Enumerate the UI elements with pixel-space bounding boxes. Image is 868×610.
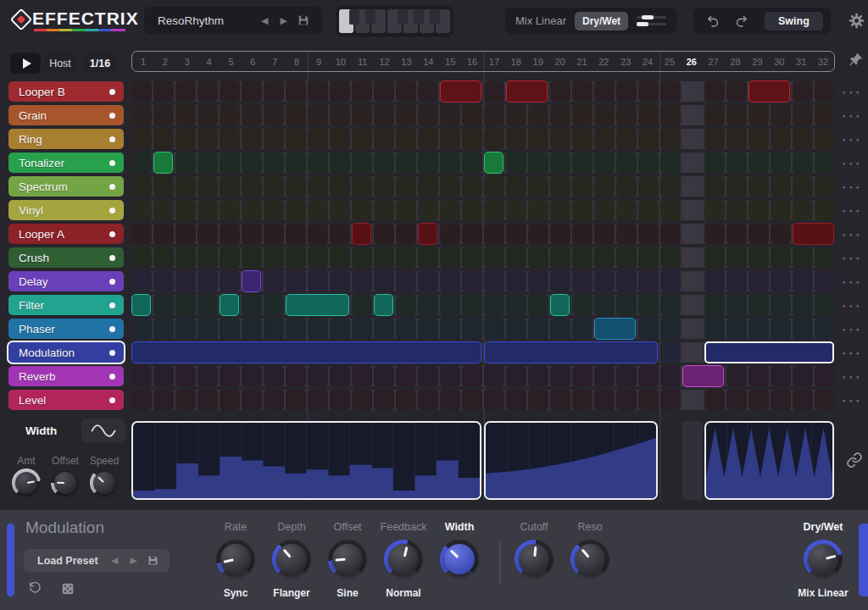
grid-cell[interactable]	[616, 105, 637, 125]
grid-cell[interactable]	[594, 176, 615, 197]
grid-cell[interactable]	[484, 390, 504, 410]
grid-cell[interactable]	[793, 247, 813, 268]
track-crush[interactable]: Crush	[8, 247, 124, 268]
grid-cell[interactable]	[726, 247, 747, 268]
effect-block-modulation[interactable]	[484, 341, 658, 363]
effect-block-looper-b[interactable]	[440, 80, 481, 103]
keyboard-black-key[interactable]	[430, 9, 440, 25]
pin-icon[interactable]	[843, 52, 868, 68]
grid-cell[interactable]	[484, 200, 504, 220]
grid-cell[interactable]	[352, 390, 372, 410]
grid-cell[interactable]	[660, 152, 681, 173]
track-looper-b[interactable]: Looper B	[8, 81, 124, 102]
grid-cell[interactable]	[704, 81, 725, 102]
effect-block-delay[interactable]	[242, 270, 261, 292]
grid-cell[interactable]	[198, 247, 218, 268]
redo-icon[interactable]	[730, 14, 753, 28]
grid-cell[interactable]	[506, 247, 526, 268]
grid-cell[interactable]	[660, 247, 681, 268]
row-menu-vinyl[interactable]: ● ● ●	[838, 200, 864, 220]
grid-cell[interactable]	[242, 390, 262, 410]
grid-cell[interactable]	[771, 247, 791, 268]
grid-cell[interactable]	[506, 105, 526, 125]
grid-cell[interactable]	[771, 319, 791, 339]
grid-cell[interactable]	[550, 176, 570, 197]
grid-cell[interactable]	[506, 390, 526, 410]
grid-cell[interactable]	[682, 390, 703, 410]
grid-cell[interactable]	[396, 129, 416, 149]
grid-cell[interactable]	[440, 200, 460, 220]
grid-cell[interactable]	[704, 390, 725, 410]
grid-cell[interactable]	[682, 176, 703, 197]
grid-cell[interactable]	[726, 319, 747, 339]
drywet-toggle[interactable]: Dry/Wet	[575, 12, 628, 30]
grid-cell[interactable]	[396, 271, 416, 291]
grid-cell[interactable]	[462, 271, 482, 291]
grid-cell[interactable]	[330, 200, 350, 220]
grid-cell[interactable]	[462, 319, 482, 339]
effect-block-filter[interactable]	[374, 294, 393, 316]
grid-cell[interactable]	[440, 176, 460, 197]
effect-block-looper-a[interactable]	[418, 223, 437, 245]
track-delay[interactable]: Delay	[8, 271, 124, 291]
grid-cell[interactable]	[616, 129, 637, 149]
grid-cell[interactable]	[528, 390, 548, 410]
grid-cell[interactable]	[264, 105, 284, 125]
row-menu-filter[interactable]: ● ● ●	[838, 295, 864, 315]
grid-cell[interactable]	[440, 105, 460, 125]
grid-cell[interactable]	[198, 152, 218, 173]
grid-cell[interactable]	[484, 105, 504, 125]
grid-cell[interactable]	[528, 176, 548, 197]
effect-block-tonalizer[interactable]	[484, 152, 504, 174]
grid-cell[interactable]	[572, 390, 593, 410]
grid-cell[interactable]	[572, 271, 593, 291]
grid-cell[interactable]	[506, 271, 526, 291]
track-reverb[interactable]: Reverb	[8, 366, 124, 386]
grid-cell[interactable]	[198, 129, 218, 149]
grid-cell[interactable]	[330, 176, 350, 197]
grid-cell[interactable]	[308, 247, 328, 268]
grid-cell[interactable]	[484, 247, 504, 268]
grid-cell[interactable]	[440, 129, 460, 149]
step-number-32[interactable]: 32	[812, 57, 834, 67]
grid-cell[interactable]	[242, 319, 262, 339]
grid-cell[interactable]	[594, 129, 615, 149]
grid-cell[interactable]	[815, 271, 835, 291]
track-enable-dot[interactable]	[109, 160, 115, 166]
grid-cell[interactable]	[550, 366, 570, 386]
track-phaser[interactable]: Phaser	[8, 319, 124, 339]
grid-cell[interactable]	[616, 81, 637, 102]
grid-cell[interactable]	[352, 200, 372, 220]
grid-cell[interactable]	[131, 366, 152, 386]
grid-cell[interactable]	[815, 129, 835, 149]
grid-cell[interactable]	[131, 152, 152, 173]
grid-cell[interactable]	[704, 105, 725, 125]
effect-block-filter[interactable]	[286, 294, 349, 316]
step-number-11[interactable]: 11	[352, 57, 374, 67]
grid-cell[interactable]	[771, 105, 791, 125]
grid-cell[interactable]	[726, 366, 747, 386]
grid-cell[interactable]	[374, 152, 394, 173]
grid-cell[interactable]	[660, 224, 681, 244]
grid-cell[interactable]	[660, 105, 681, 125]
grid-cell[interactable]	[418, 295, 438, 315]
grid-cell[interactable]	[286, 105, 306, 125]
grid-cell[interactable]	[418, 176, 438, 197]
grid-cell[interactable]	[528, 271, 548, 291]
grid-cell[interactable]	[572, 319, 593, 339]
grid-cell[interactable]	[153, 295, 174, 315]
track-modulation[interactable]: Modulation	[8, 342, 124, 363]
grid-cell[interactable]	[572, 295, 593, 315]
grid-cell[interactable]	[418, 319, 438, 339]
grid-cell[interactable]	[594, 366, 615, 386]
row-menu-crush[interactable]: ● ● ●	[838, 247, 864, 268]
link-icon[interactable]	[846, 452, 863, 472]
grid-cell[interactable]	[330, 105, 350, 125]
grid-cell[interactable]	[220, 200, 240, 220]
grid-cell[interactable]	[660, 129, 681, 149]
grid-cell[interactable]	[572, 81, 593, 102]
grid-cell[interactable]	[506, 295, 526, 315]
grid-cell[interactable]	[352, 105, 372, 125]
grid-cell[interactable]	[440, 224, 460, 244]
grid-cell[interactable]	[748, 247, 769, 268]
